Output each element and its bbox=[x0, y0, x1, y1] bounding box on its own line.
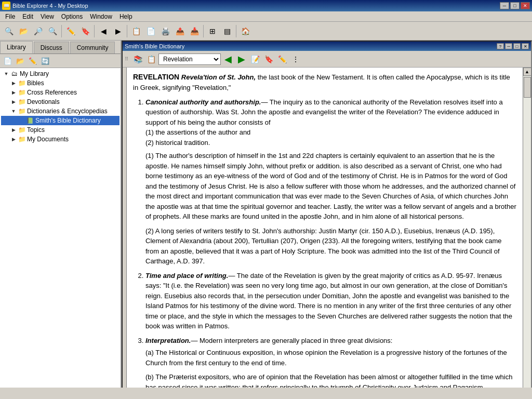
section-1-dash: — bbox=[261, 98, 268, 106]
title-bar: 📖 Bible Explorer 4 - My Desktop ─ □ ✕ bbox=[0, 0, 532, 11]
tree-my-documents[interactable]: ▶ 📁 My Documents bbox=[1, 135, 119, 144]
dict-close-btn[interactable]: ✕ bbox=[522, 43, 529, 49]
expand-dict-encyc[interactable]: ▼ bbox=[9, 107, 18, 115]
drag-handle: ⠿ bbox=[125, 56, 128, 62]
section-1-body1: (1) The author's description of himself … bbox=[145, 151, 516, 222]
entry-main-title: REVELATION bbox=[133, 73, 179, 81]
nav-dropdown[interactable]: Revelation bbox=[158, 54, 221, 65]
home-btn[interactable]: 🏠 bbox=[238, 24, 252, 38]
cross-references-label: Cross References bbox=[27, 89, 77, 96]
dict-scrollbar-left bbox=[123, 68, 127, 388]
expand-bibles[interactable]: ▶ bbox=[9, 79, 18, 87]
dict-notes-btn[interactable]: 📝 bbox=[249, 53, 261, 65]
section-1-point2: (2) historical tradition. bbox=[145, 139, 210, 147]
dict-help-btn[interactable]: ? bbox=[497, 43, 504, 49]
my-library-label: My Library bbox=[20, 70, 49, 77]
scroll-up-btn[interactable]: ▲ bbox=[523, 68, 531, 76]
expand-devotionals[interactable]: ▶ bbox=[9, 98, 18, 106]
main-layout: Library Discuss Community 📄 📂 ✏️ 🔄 ▼ 🗂 M… bbox=[0, 41, 532, 388]
cols-btn[interactable]: ▤ bbox=[220, 24, 234, 38]
copy-btn[interactable]: 📋 bbox=[129, 24, 143, 38]
tree-cross-references[interactable]: ▶ 📁 Cross References bbox=[1, 88, 119, 97]
tree-bibles[interactable]: ▶ 📁 Bibles bbox=[1, 78, 119, 88]
tree-view: ▼ 🗂 My Library ▶ 📁 Bibles ▶ 📁 Cross Refe… bbox=[0, 68, 121, 388]
import-btn[interactable]: 📥 bbox=[188, 24, 201, 38]
dict-bookmark2-btn[interactable]: 🔖 bbox=[262, 53, 275, 65]
menu-options[interactable]: Options bbox=[58, 12, 86, 21]
scroll-thumb[interactable] bbox=[524, 77, 531, 98]
tab-discuss[interactable]: Discuss bbox=[34, 42, 69, 54]
dict-minimize-btn[interactable]: ─ bbox=[505, 43, 512, 49]
dict-highlight-btn[interactable]: ✏️ bbox=[276, 53, 288, 65]
section-1-title: Canonical authority and authorship. bbox=[145, 98, 261, 106]
grid-btn[interactable]: ⊞ bbox=[206, 24, 219, 38]
dict-restore-btn[interactable]: □ bbox=[513, 43, 521, 49]
edit-btn[interactable]: ✏️ bbox=[64, 24, 77, 38]
menu-help[interactable]: Help bbox=[116, 12, 136, 21]
sep4 bbox=[203, 25, 204, 37]
open-btn[interactable]: 📂 bbox=[17, 24, 30, 38]
menu-view[interactable]: View bbox=[37, 12, 57, 21]
folder-my-documents-icon: 📁 bbox=[18, 135, 26, 143]
forward-btn[interactable]: ▶ bbox=[111, 24, 125, 38]
main-toolbar: 🔍 📂 🔎 🔍 ✏️ 🔖 ◀ ▶ 📋 📄 🖨️ 📤 📥 ⊞ ▤ 🏠 bbox=[0, 22, 532, 41]
expand-smiths[interactable] bbox=[18, 116, 26, 125]
section-1-point1: (1) the assertions of the author and bbox=[145, 128, 250, 136]
my-documents-label: My Documents bbox=[27, 136, 69, 143]
section-2-text: The date of the Revelation is given by t… bbox=[145, 272, 512, 330]
menu-edit[interactable]: Edit bbox=[19, 12, 36, 21]
dict-list-btn[interactable]: 📋 bbox=[145, 53, 157, 65]
sections-list: Canonical authority and authorship.— The… bbox=[145, 97, 516, 388]
edit-left-btn[interactable]: ✏️ bbox=[27, 55, 38, 66]
dict-more-btn[interactable]: ⋮ bbox=[289, 53, 302, 65]
minimize-button[interactable]: ─ bbox=[500, 2, 509, 9]
scroll-track[interactable] bbox=[523, 76, 531, 388]
tree-topics[interactable]: ▶ 📁 Topics bbox=[1, 125, 119, 135]
search-btn[interactable]: 🔍 bbox=[2, 24, 16, 38]
section-3-title: Interpretation. bbox=[145, 337, 191, 344]
dict-prev-btn[interactable]: ◀ bbox=[222, 53, 234, 65]
tree-smiths-bible-dict[interactable]: 📗 Smith's Bible Dictionary bbox=[1, 116, 119, 125]
expand-my-documents[interactable]: ▶ bbox=[9, 135, 18, 143]
expand-topics[interactable]: ▶ bbox=[9, 126, 18, 134]
devotionals-label: Devotionals bbox=[27, 98, 60, 105]
folder-cross-references-icon: 📁 bbox=[18, 88, 26, 97]
refresh-btn[interactable]: 🔄 bbox=[39, 55, 51, 66]
tab-community[interactable]: Community bbox=[70, 42, 115, 54]
right-panel: Smith's Bible Dictionary ? ─ □ ✕ ⠿ 📚 📋 R… bbox=[122, 41, 532, 388]
menu-bar: File Edit View Options Window Help bbox=[0, 11, 532, 22]
back-btn[interactable]: ◀ bbox=[97, 24, 110, 38]
menu-file[interactable]: File bbox=[2, 12, 18, 21]
dict-next-btn[interactable]: ▶ bbox=[235, 53, 248, 65]
restore-button[interactable]: □ bbox=[510, 2, 520, 9]
tab-library[interactable]: Library bbox=[0, 41, 33, 54]
paste-btn[interactable]: 📄 bbox=[144, 24, 157, 38]
bibles-label: Bibles bbox=[27, 79, 44, 87]
close-button[interactable]: ✕ bbox=[521, 2, 530, 9]
bookmark-btn[interactable]: 🔖 bbox=[78, 24, 92, 38]
entry-heading: REVELATION Revela'tion of St. John, the … bbox=[133, 72, 516, 93]
section-3-suba: (a) The Historical or Continuous exposit… bbox=[145, 348, 516, 368]
new-btn[interactable]: 📄 bbox=[2, 55, 14, 66]
folder-my-library-icon: 🗂 bbox=[10, 70, 19, 78]
sep1 bbox=[61, 25, 62, 37]
print-btn[interactable]: 🖨️ bbox=[158, 24, 172, 38]
folder-devotionals-icon: 📁 bbox=[18, 98, 26, 106]
section-2-title: Time and place of writing. bbox=[145, 272, 228, 280]
sep5 bbox=[236, 25, 236, 37]
tree-devotionals[interactable]: ▶ 📁 Devotionals bbox=[1, 97, 119, 107]
expand-my-library[interactable]: ▼ bbox=[2, 70, 10, 78]
open-folder-btn[interactable]: 📂 bbox=[15, 55, 26, 66]
section-3-subb: (b) The Præterist expositors, who are of… bbox=[145, 372, 516, 388]
zoom-in-btn[interactable]: 🔎 bbox=[31, 24, 45, 38]
expand-cross-references[interactable]: ▶ bbox=[9, 88, 18, 97]
window-title: Bible Explorer 4 - My Desktop bbox=[12, 3, 88, 9]
dict-book-btn[interactable]: 📚 bbox=[131, 53, 144, 65]
tree-my-library[interactable]: ▼ 🗂 My Library bbox=[1, 69, 119, 78]
zoom-out-btn[interactable]: 🔍 bbox=[46, 24, 59, 38]
export-btn[interactable]: 📤 bbox=[173, 24, 187, 38]
menu-window[interactable]: Window bbox=[87, 12, 115, 21]
tree-dict-encyc[interactable]: ▼ 📁 Dictionaries & Encyclopedias bbox=[1, 107, 119, 116]
left-panel: Library Discuss Community 📄 📂 ✏️ 🔄 ▼ 🗂 M… bbox=[0, 41, 122, 388]
topics-label: Topics bbox=[27, 126, 45, 134]
